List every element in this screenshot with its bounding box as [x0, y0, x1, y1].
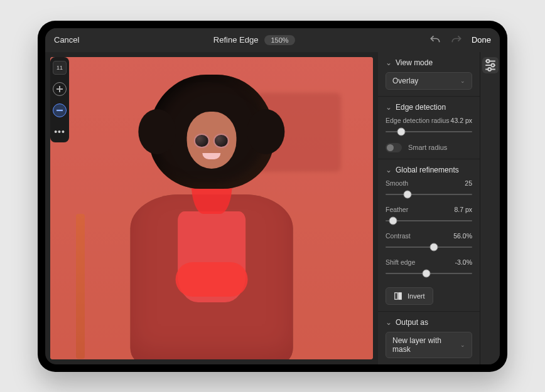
global-refinements-section: ⌄ Global refinements Smooth 25 Feather 8…: [378, 159, 480, 312]
canvas-area: 11 •••: [45, 52, 378, 364]
output-header[interactable]: ⌄ Output as: [386, 318, 472, 327]
view-mode-section: ⌄ View mode Overlay ⌄: [378, 52, 480, 97]
invert-button[interactable]: Invert: [386, 287, 433, 305]
smooth-label: Smooth: [386, 179, 408, 187]
page-title: Refine Edge: [213, 35, 259, 45]
output-section: ⌄ Output as New layer with mask ⌄ Decont…: [378, 312, 480, 364]
radius-value: 43.2 px: [451, 117, 472, 124]
chevron-down-icon: ⌄: [386, 103, 392, 112]
contrast-value: 56.0%: [453, 232, 472, 240]
smooth-value: 25: [465, 179, 472, 187]
chevron-down-icon: ⌄: [460, 78, 465, 84]
contrast-label: Contrast: [386, 232, 411, 240]
app-screen: Cancel Refine Edge 150% Done: [45, 28, 500, 364]
radius-label: Edge detection radius: [386, 117, 450, 124]
global-title: Global refinements: [396, 166, 459, 174]
radius-slider[interactable]: [386, 127, 472, 137]
edge-detection-title: Edge detection: [396, 103, 446, 112]
svg-point-10: [488, 68, 491, 71]
chevron-down-icon: ⌄: [386, 318, 392, 327]
svg-rect-3: [395, 292, 397, 299]
invert-icon: [394, 292, 402, 300]
shift-edge-value: -3.0%: [455, 258, 472, 266]
svg-rect-4: [399, 292, 401, 299]
feather-label: Feather: [386, 206, 408, 213]
add-to-selection-icon[interactable]: [53, 82, 67, 96]
feather-value: 8.7 px: [454, 206, 472, 213]
edge-detection-section: ⌄ Edge detection Edge detection radius 4…: [378, 97, 480, 159]
subtract-from-selection-icon[interactable]: [53, 103, 67, 117]
smooth-slider[interactable]: [386, 189, 472, 199]
output-title: Output as: [396, 318, 428, 327]
chevron-down-icon: ⌄: [460, 342, 465, 348]
view-mode-select[interactable]: Overlay ⌄: [386, 72, 472, 90]
done-button[interactable]: Done: [472, 35, 491, 45]
chevron-down-icon: ⌄: [386, 58, 392, 67]
output-select[interactable]: New layer with mask ⌄: [386, 332, 472, 358]
svg-point-8: [491, 63, 494, 66]
view-mode-value: Overlay: [392, 77, 418, 85]
view-mode-header[interactable]: ⌄ View mode: [386, 58, 472, 67]
feather-slider[interactable]: [386, 216, 472, 226]
invert-label: Invert: [407, 292, 425, 300]
output-value: New layer with mask: [392, 336, 460, 354]
tablet-frame: Cancel Refine Edge 150% Done: [38, 21, 507, 372]
svg-point-6: [486, 60, 489, 63]
smart-radius-label: Smart radius: [408, 144, 447, 151]
shift-edge-label: Shift edge: [386, 258, 415, 266]
tool-strip: 11 •••: [50, 57, 69, 142]
edge-detection-header[interactable]: ⌄ Edge detection: [386, 103, 472, 112]
smart-radius-toggle[interactable]: [386, 143, 402, 152]
content-area: 11 ••• ⌄ View mode Overlay ⌄: [45, 52, 500, 364]
undo-icon[interactable]: [429, 34, 441, 46]
cancel-button[interactable]: Cancel: [54, 35, 79, 45]
adjustments-icon[interactable]: [482, 57, 499, 73]
properties-panel: ⌄ View mode Overlay ⌄ ⌄ Edge detection E…: [378, 52, 480, 364]
more-tools-icon[interactable]: •••: [53, 125, 67, 139]
contrast-slider[interactable]: [386, 242, 472, 252]
global-header[interactable]: ⌄ Global refinements: [386, 166, 472, 174]
zoom-badge[interactable]: 150%: [264, 35, 294, 45]
chevron-down-icon: ⌄: [386, 166, 392, 174]
brush-size-button[interactable]: 11: [53, 61, 67, 75]
panel-rail: [480, 52, 500, 364]
image-canvas[interactable]: [50, 57, 373, 359]
top-bar: Cancel Refine Edge 150% Done: [45, 28, 500, 52]
view-mode-title: View mode: [396, 58, 433, 67]
redo-icon[interactable]: [450, 34, 463, 46]
shift-edge-slider[interactable]: [386, 268, 472, 278]
